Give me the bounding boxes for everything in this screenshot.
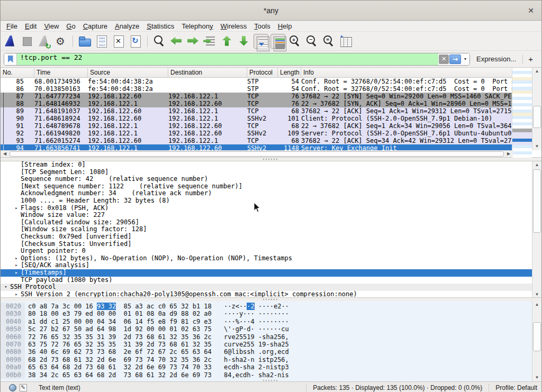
column-header[interactable]: Destination	[168, 68, 247, 77]
detail-row[interactable]: [Checksum Status: Unverified]	[1, 241, 533, 248]
expand-triangle-icon[interactable]	[12, 277, 21, 284]
menu-item[interactable]: Statistics	[143, 21, 178, 31]
scroll-thumb[interactable]	[10, 151, 504, 157]
packet-row[interactable]: 91 71.648789678 192.168.122.1 192.168.12…	[1, 122, 513, 130]
scroll-thumb[interactable]	[533, 106, 541, 128]
expand-triangle-icon[interactable]: ▸	[12, 262, 21, 269]
filter-bookmark-button[interactable]	[4, 53, 17, 65]
filter-history-dropdown[interactable]: ▾	[461, 53, 469, 65]
menu-item[interactable]: Go	[62, 21, 79, 31]
reload-capture-file-icon[interactable]	[128, 34, 143, 49]
detail-row[interactable]: [Next sequence number: 1122 (relative se…	[1, 183, 533, 190]
detail-row[interactable]: ▸ [Timestamps]	[1, 269, 533, 277]
scroll-up-arrow[interactable]: ▲	[532, 68, 541, 75]
expand-triangle-icon[interactable]: ▸	[12, 291, 21, 298]
expand-triangle-icon[interactable]	[12, 197, 21, 205]
column-header[interactable]: Info	[301, 68, 513, 77]
stop-capture-icon[interactable]	[20, 34, 34, 49]
display-filter-input[interactable]: !tcp.port == 22	[17, 53, 438, 65]
scroll-left-arrow[interactable]: ◀	[1, 151, 9, 157]
hex-row[interactable]: 0080 36 40 6c 69 62 73 73 68 2e 6f 72 67…	[1, 348, 541, 355]
column-header[interactable]: Protocol	[247, 68, 278, 77]
start-capture-icon[interactable]	[3, 34, 17, 49]
expand-triangle-icon[interactable]	[12, 169, 21, 176]
detail-row[interactable]: ▸ [SEQ/ACK analysis]	[1, 262, 533, 269]
filter-clear-button[interactable]: ✕	[439, 54, 449, 64]
colorize-packets-icon[interactable]	[270, 34, 285, 49]
column-header[interactable]: Time	[34, 68, 88, 77]
go-to-packet-icon[interactable]	[203, 34, 218, 49]
scroll-down-arrow[interactable]: ▼	[532, 374, 541, 381]
expand-triangle-icon[interactable]	[12, 176, 21, 183]
capture-comment-icon[interactable]	[20, 384, 27, 391]
restart-capture-icon[interactable]	[37, 34, 51, 49]
go-forward-icon[interactable]	[186, 34, 201, 49]
scroll-thumb[interactable]	[533, 322, 541, 351]
expand-triangle-icon[interactable]: ▸	[12, 255, 21, 262]
expert-info-icon[interactable]	[9, 384, 16, 391]
menu-item[interactable]: File	[3, 21, 21, 31]
scroll-down-arrow[interactable]: ▼	[532, 291, 541, 298]
scroll-thumb[interactable]	[533, 169, 541, 233]
detail-row[interactable]: [Calculated window size: 29056]	[1, 219, 533, 226]
detail-row[interactable]: Acknowledgment number: 34 (relative ack …	[1, 190, 533, 197]
detail-row[interactable]: [Stream index: 0]	[1, 161, 533, 169]
menu-item[interactable]: Capture	[79, 21, 111, 31]
expand-triangle-icon[interactable]	[12, 226, 21, 233]
find-packet-icon[interactable]	[152, 34, 167, 49]
open-capture-file-icon[interactable]	[77, 34, 92, 49]
close-capture-file-icon[interactable]	[111, 34, 126, 49]
expand-triangle-icon[interactable]: ▸	[12, 269, 21, 277]
menu-item[interactable]: Analyze	[111, 21, 143, 31]
column-header[interactable]: No.	[1, 68, 34, 77]
expand-triangle-icon[interactable]	[12, 233, 21, 241]
hex-row[interactable]: 0070 63 75 72 76 65 32 35 35 31 39 2d 73…	[1, 341, 541, 348]
scroll-down-arrow[interactable]: ▼	[532, 143, 541, 150]
menu-item[interactable]: Help	[274, 21, 296, 31]
expand-triangle-icon[interactable]	[12, 161, 21, 169]
expand-triangle-icon[interactable]	[12, 183, 21, 190]
scroll-right-arrow[interactable]: ▶	[504, 151, 513, 157]
resize-columns-icon[interactable]	[338, 34, 353, 49]
detail-row[interactable]: Sequence number: 42 (relative sequence n…	[1, 176, 533, 183]
hex-row[interactable]: 0020 c0 a8 7a 3c 00 16 93 32 85 a3 ac c0…	[1, 303, 541, 310]
packet-row[interactable]: 90 71.648618924 192.168.122.60 192.168.1…	[1, 115, 513, 122]
expand-triangle-icon[interactable]	[12, 219, 21, 226]
hex-row[interactable]: 00b0 38 34 2c 65 63 64 68 2d 73 68 61 32…	[1, 371, 541, 379]
close-window-button[interactable]: ✕	[526, 5, 536, 16]
expand-triangle-icon[interactable]	[12, 190, 21, 197]
detail-row[interactable]: TCP payload (1080 bytes)	[1, 277, 533, 284]
expand-triangle-icon[interactable]: ▸	[12, 205, 21, 212]
scroll-up-arrow[interactable]: ▲	[532, 301, 541, 308]
expression-button[interactable]: Expression...	[470, 55, 522, 63]
detail-row[interactable]: [Window size scaling factor: 128]	[1, 226, 533, 233]
hex-row[interactable]: 0090 68 2d 73 68 61 32 2d 6e 69 73 74 70…	[1, 356, 541, 363]
hex-row[interactable]: 0060 72 76 65 32 35 35 31 39 2d 73 68 61…	[1, 333, 541, 341]
column-header[interactable]: Length	[278, 68, 301, 77]
packet-row[interactable]: 88 71.648146932 192.168.122.1 192.168.12…	[1, 100, 513, 107]
detail-row[interactable]: ▾ SSH Protocol	[1, 284, 533, 291]
detail-row[interactable]: [TCP Segment Len: 1080]	[1, 169, 533, 176]
hex-row[interactable]: 0040 a1 dd c1 25 00 00 04 34 06 14 f5 e8…	[1, 318, 541, 325]
expand-triangle-icon[interactable]	[12, 241, 21, 248]
menu-item[interactable]: Telephony	[178, 21, 216, 31]
go-last-packet-icon[interactable]	[237, 34, 251, 49]
intelligent-scrollbar-minimap[interactable]	[512, 68, 532, 158]
detail-row[interactable]: ▸ Options: (12 bytes), No-Operation (NOP…	[1, 255, 533, 262]
packet-row[interactable]: 93 71.662015274 192.168.122.60 192.168.1…	[1, 137, 513, 144]
add-filter-button[interactable]: +	[523, 54, 538, 63]
detail-row[interactable]: Window size value: 227	[1, 212, 533, 219]
status-profile[interactable]: Profile: Default	[489, 384, 537, 391]
details-vscrollbar[interactable]: ▲ ▼	[532, 161, 541, 298]
hex-row[interactable]: 00a0 65 63 64 68 2d 73 68 61 32 2d 6e 69…	[1, 363, 541, 371]
detail-row[interactable]: Checksum: 0x79ed [unverified]	[1, 233, 533, 241]
zoom-in-icon[interactable]	[287, 34, 302, 49]
detail-row[interactable]: ▸ Flags: 0x018 (PSH, ACK)	[1, 205, 533, 212]
hex-vscrollbar[interactable]: ▲ ▼	[532, 301, 541, 381]
go-first-packet-icon[interactable]	[220, 34, 234, 49]
save-capture-file-icon[interactable]	[94, 34, 109, 49]
filter-apply-button[interactable]: →	[449, 54, 461, 64]
auto-scroll-icon[interactable]	[254, 34, 268, 49]
packet-row[interactable]: 92 71.661949820 192.168.122.1 192.168.12…	[1, 130, 513, 137]
expand-triangle-icon[interactable]	[12, 248, 21, 255]
